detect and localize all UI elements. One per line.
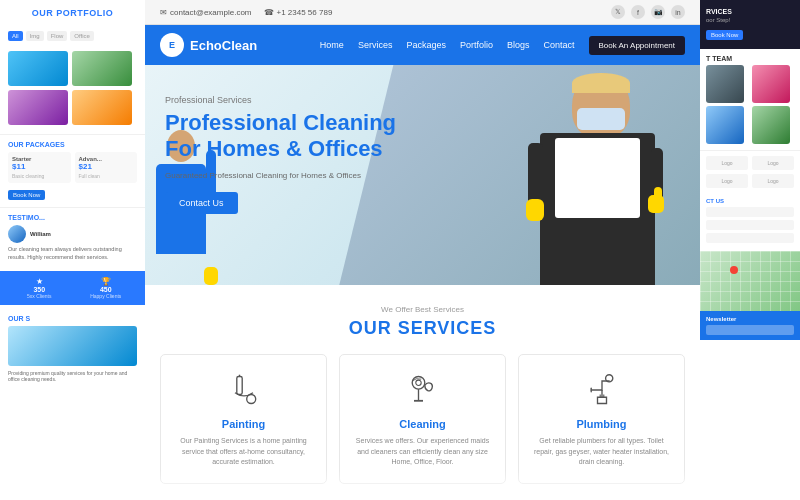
contact-input[interactable] bbox=[706, 220, 794, 230]
contact-form-label: CT US bbox=[706, 198, 794, 204]
email-icon: ✉ bbox=[160, 8, 167, 17]
plumbing-service-name: Plumbing bbox=[529, 418, 674, 430]
testimonial-text: Our cleaning team always delivers outsta… bbox=[8, 246, 137, 261]
thumb bbox=[654, 187, 662, 197]
team-section: T TEAM bbox=[700, 49, 800, 151]
plumbing-icon bbox=[584, 372, 620, 408]
navbar: E EchoClean Home Services Packages Portf… bbox=[145, 25, 700, 65]
right-section-title: RVICES bbox=[706, 8, 794, 15]
painting-service-desc: Our Painting Services is a home painting… bbox=[171, 436, 316, 468]
bottom-title: OUR S bbox=[8, 315, 137, 322]
email-contact: ✉ contact@example.com bbox=[160, 8, 252, 17]
portfolio-image bbox=[8, 90, 68, 125]
person-body bbox=[540, 133, 655, 285]
hero-eyebrow: Professional Services bbox=[165, 95, 396, 105]
portfolio-row bbox=[8, 51, 137, 86]
twitter-icon[interactable]: 𝕏 bbox=[611, 5, 625, 19]
service-card-plumbing: Plumbing Get reliable plumbers for all t… bbox=[518, 354, 685, 484]
pricing-cards: Starter $11 Basic cleaning Advan... $21 … bbox=[8, 152, 137, 183]
top-bar: ✉ contact@example.com ☎ +1 2345 56 789 𝕏… bbox=[145, 0, 700, 25]
tab-office[interactable]: Office bbox=[70, 31, 94, 41]
hero-content: Professional Services Professional Clean… bbox=[165, 95, 396, 214]
nav-blogs[interactable]: Blogs bbox=[507, 40, 530, 50]
stats-row: ★ 350 5xx Clients 🏆 450 Happy Clients bbox=[0, 271, 145, 305]
trophy-icon: 🏆 bbox=[75, 277, 138, 286]
instagram-icon[interactable]: 📷 bbox=[651, 5, 665, 19]
portfolio-row bbox=[8, 90, 137, 125]
painting-service-name: Painting bbox=[171, 418, 316, 430]
nav-links: Home Services Packages Portfolio Blogs C… bbox=[320, 36, 685, 55]
main-content: ✉ contact@example.com ☎ +1 2345 56 789 𝕏… bbox=[145, 0, 700, 500]
hero-title: Professional Cleaning For Homes & Office… bbox=[165, 110, 396, 163]
testimonial-item: William bbox=[8, 225, 137, 243]
stat-value: 450 bbox=[75, 286, 138, 293]
hero-person-figure bbox=[515, 65, 685, 285]
team-title: T TEAM bbox=[706, 55, 794, 62]
left-panel-header: OUR PORTFOLIO bbox=[0, 0, 145, 26]
stat-label: Happy Clients bbox=[75, 293, 138, 299]
facebook-icon[interactable]: f bbox=[631, 5, 645, 19]
newsletter-title: Newsletter bbox=[706, 316, 794, 322]
bottom-image bbox=[8, 326, 137, 366]
tab-img[interactable]: Img bbox=[26, 31, 44, 41]
tab-all[interactable]: All bbox=[8, 31, 23, 41]
logo-icon: E bbox=[160, 33, 184, 57]
map-grid bbox=[700, 251, 800, 311]
book-appointment-button[interactable]: Book An Appointment bbox=[589, 36, 686, 55]
plumbing-icon-wrap bbox=[582, 370, 622, 410]
nav-contact[interactable]: Contact bbox=[543, 40, 574, 50]
stat-value: 350 bbox=[8, 286, 71, 293]
partner-logo: Logo bbox=[706, 174, 748, 188]
service-card-painting: Painting Our Painting Services is a home… bbox=[160, 354, 327, 484]
thumbs-up-icon bbox=[648, 195, 664, 213]
tab-flow[interactable]: Flow bbox=[47, 31, 68, 41]
team-member-avatar bbox=[706, 65, 744, 103]
portfolio-images bbox=[0, 46, 145, 134]
social-links: 𝕏 f 📷 in bbox=[611, 5, 685, 19]
pricing-card-desc: Full clean bbox=[79, 173, 134, 179]
plumbing-service-desc: Get reliable plumbers for all types. Toi… bbox=[529, 436, 674, 468]
svg-point-4 bbox=[415, 380, 420, 385]
pricing-card-starter: Starter $11 Basic cleaning bbox=[8, 152, 71, 183]
hero-title-part1: Professional bbox=[165, 110, 303, 135]
svg-point-1 bbox=[246, 395, 255, 404]
hero-description: Guaranteed Professional Cleaning for Hom… bbox=[165, 171, 365, 180]
team-grid bbox=[706, 65, 794, 144]
nav-packages[interactable]: Packages bbox=[406, 40, 446, 50]
bottom-text: Providing premium quality services for y… bbox=[8, 370, 137, 382]
newsletter-section: Newsletter bbox=[700, 311, 800, 340]
services-eyebrow: We Offer Best Services bbox=[160, 305, 685, 314]
contact-form: CT US bbox=[700, 193, 800, 251]
nav-portfolio[interactable]: Portfolio bbox=[460, 40, 493, 50]
testimonial-author: William bbox=[30, 231, 51, 237]
right-cta-text: oor Step! bbox=[706, 17, 794, 23]
team-member-avatar bbox=[752, 106, 790, 144]
testimonial-avatar bbox=[8, 225, 26, 243]
pricing-card-amount: $21 bbox=[79, 162, 134, 171]
person-arm-right bbox=[651, 148, 663, 208]
portfolio-image bbox=[72, 51, 132, 86]
linkedin-icon[interactable]: in bbox=[671, 5, 685, 19]
hero-cta-button[interactable]: Contact Us bbox=[165, 192, 238, 214]
contact-input[interactable] bbox=[706, 233, 794, 243]
team-member-avatar bbox=[706, 106, 744, 144]
right-cta-button[interactable]: Book Now bbox=[706, 30, 743, 40]
nav-home[interactable]: Home bbox=[320, 40, 344, 50]
services-title: OUR SERVICES bbox=[160, 318, 685, 339]
stat-happy: 🏆 450 Happy Clients bbox=[75, 277, 138, 299]
pricing-card-desc: Basic cleaning bbox=[12, 173, 67, 179]
left-pricing: OUR PACKAGES Starter $11 Basic cleaning … bbox=[0, 134, 145, 207]
logo-area: E EchoClean bbox=[160, 33, 257, 57]
person-head bbox=[572, 73, 630, 138]
pricing-card-advanced: Advan... $21 Full clean bbox=[75, 152, 138, 183]
partner-logos: Logo Logo Logo Logo bbox=[700, 151, 800, 193]
partner-logo: Logo bbox=[706, 156, 748, 170]
nav-services[interactable]: Services bbox=[358, 40, 393, 50]
pricing-cta-button[interactable]: Book Now bbox=[8, 190, 45, 200]
newsletter-input[interactable] bbox=[706, 325, 794, 335]
right-panel: RVICES oor Step! Book Now T TEAM Logo Lo… bbox=[700, 0, 800, 500]
services-grid: Painting Our Painting Services is a home… bbox=[160, 354, 685, 484]
glove-left bbox=[526, 199, 544, 221]
hero-title-part2: For Homes & Offices bbox=[165, 136, 383, 161]
contact-input[interactable] bbox=[706, 207, 794, 217]
